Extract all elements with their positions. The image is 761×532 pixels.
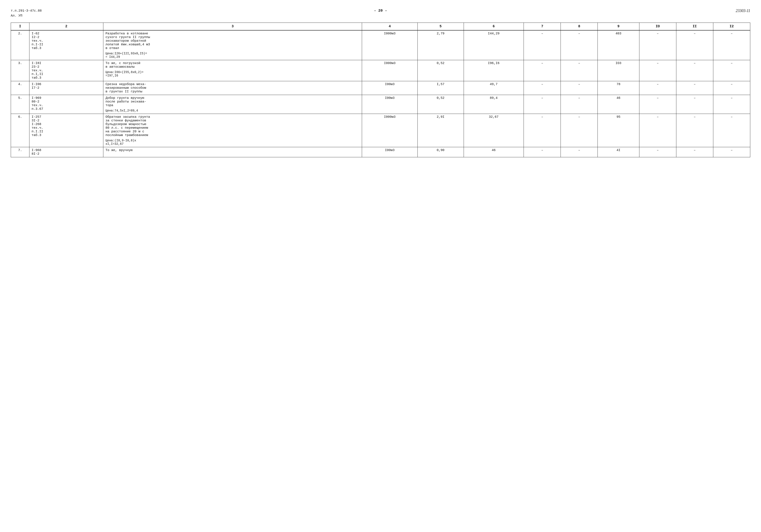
col-header-1: I — [11, 23, 29, 30]
row-description: Разработка в котловане сухого грунта II … — [103, 30, 362, 60]
row-cell-9: 78 — [598, 81, 639, 95]
row-unit: I00м3 — [362, 147, 417, 157]
row-number: 5. — [11, 95, 29, 114]
row-cell-11: – — [676, 30, 713, 60]
col-header-3: 3 — [103, 23, 362, 30]
row-cell-10: – — [639, 114, 676, 147]
row-description: Добор грунта вручную после работы экскав… — [103, 95, 362, 114]
col-header-5: 5 — [417, 23, 464, 30]
row-cell-6: 49,7 — [464, 81, 524, 95]
col-header-11: II — [676, 23, 713, 30]
row-cell-10: – — [639, 147, 676, 157]
row-code: I-I8I 23-2 тех.ч. п.I,II таб.3 — [29, 60, 103, 81]
col-header-8: 8 — [561, 23, 598, 30]
col-header-9: 9 — [598, 23, 639, 30]
row-cell-7: – — [524, 30, 561, 60]
table-row: 5.I-969 80-2 тех.ч. п.3.67Добор грунта в… — [11, 95, 750, 114]
row-cell-8: – — [561, 114, 598, 147]
row-cell-9: 46 — [598, 95, 639, 114]
row-number: 3. — [11, 60, 29, 81]
row-cell-5: 0,90 — [417, 147, 464, 157]
table-row: 4.I-I06 I7-2Срезка недобора меха- низиро… — [11, 81, 750, 95]
page-number: - 20 - — [374, 9, 387, 13]
row-cell-7: – — [524, 114, 561, 147]
row-cell-5: I,57 — [417, 81, 464, 95]
row-description: То же, вручную — [103, 147, 362, 157]
row-code: I-969 80-2 тех.ч. п.3.67 — [29, 95, 103, 114]
row-cell-8: – — [561, 147, 598, 157]
row-code: I-62 I2-2 тех.ч. п.I-II таб.3 — [29, 30, 103, 60]
row-cell-7: – — [524, 81, 561, 95]
row-unit: I000м3 — [362, 114, 417, 147]
col-header-6: 6 — [464, 23, 524, 30]
row-cell-11: – — [676, 60, 713, 81]
table-header-row: I 2 3 4 5 6 7 8 9 IO II I2 — [11, 23, 750, 30]
row-cell-6: 32,67 — [464, 114, 524, 147]
row-cell-9: 95 — [598, 114, 639, 147]
row-cell-10: – — [639, 81, 676, 95]
col-header-10: IO — [639, 23, 676, 30]
row-cell-11: – — [676, 81, 713, 95]
row-cell-12: – — [713, 114, 750, 147]
row-cell-9: IO3 — [598, 60, 639, 81]
row-cell-6: I96,I6 — [464, 60, 524, 81]
row-description: Обратная засыпка грунта за стенки фундам… — [103, 114, 362, 147]
main-table: I 2 3 4 5 6 7 8 9 IO II I2 2.I-62 I2-2 т… — [11, 23, 750, 157]
row-cell-5: 2,79 — [417, 30, 464, 60]
table-row: 3.I-I8I 23-2 тех.ч. п.I,II таб.3То же, с… — [11, 60, 750, 81]
col-header-7: 7 — [524, 23, 561, 30]
col-header-2: 2 — [29, 23, 103, 30]
row-cell-12: – — [713, 60, 750, 81]
row-cell-9: 4I — [598, 147, 639, 157]
row-cell-11: – — [676, 114, 713, 147]
row-unit: I00м3 — [362, 95, 417, 114]
doc-ref-line2: Ал. УП — [11, 14, 750, 19]
row-description: Срезка недобора меха- низированным спосо… — [103, 81, 362, 95]
table-row: 6.I-257 3I-2 I-268 тех.ч. п.I.II таб.3Об… — [11, 114, 750, 147]
row-cell-7: – — [524, 95, 561, 114]
doc-number: 23303-11 — [736, 9, 750, 13]
row-cell-8: – — [561, 81, 598, 95]
row-cell-8: – — [561, 60, 598, 81]
row-number: 6. — [11, 114, 29, 147]
table-row: 7.I-968 8I-2То же, вручнуюI00м30,9046––4… — [11, 147, 750, 157]
row-cell-5: 0,52 — [417, 95, 464, 114]
row-cell-5: 2,9I — [417, 114, 464, 147]
row-code: I-968 8I-2 — [29, 147, 103, 157]
table-row: 2.I-62 I2-2 тех.ч. п.I-II таб.3Разработк… — [11, 30, 750, 60]
row-cell-10: – — [639, 95, 676, 114]
row-number: 7. — [11, 147, 29, 157]
row-number: 4. — [11, 81, 29, 95]
row-cell-6: 46 — [464, 147, 524, 157]
row-code: I-I06 I7-2 — [29, 81, 103, 95]
row-cell-8: – — [561, 30, 598, 60]
row-cell-7: – — [524, 147, 561, 157]
row-cell-8: – — [561, 95, 598, 114]
row-cell-10: – — [639, 60, 676, 81]
row-code: I-257 3I-2 I-268 тех.ч. п.I.II таб.3 — [29, 114, 103, 147]
row-unit: I000м3 — [362, 60, 417, 81]
row-cell-10: – — [639, 30, 676, 60]
row-cell-12: – — [713, 147, 750, 157]
row-cell-12: – — [713, 81, 750, 95]
header: т.п.291-3-47с.88 Ал. УП - 20 - 23303-11 — [11, 9, 750, 18]
row-number: 2. — [11, 30, 29, 60]
row-unit: I000м3 — [362, 30, 417, 60]
row-cell-7: – — [524, 60, 561, 81]
row-cell-11: – — [676, 147, 713, 157]
row-cell-9: 403 — [598, 30, 639, 60]
row-cell-12: – — [713, 95, 750, 114]
col-header-4: 4 — [362, 23, 417, 30]
row-cell-11: – — [676, 95, 713, 114]
row-unit: I00м3 — [362, 81, 417, 95]
col-header-12: I2 — [713, 23, 750, 30]
row-description: То же, с погрузкой в автосамосвалыЦена:I… — [103, 60, 362, 81]
row-cell-12: – — [713, 30, 750, 60]
row-cell-5: 0,52 — [417, 60, 464, 81]
row-cell-6: I44,29 — [464, 30, 524, 60]
row-cell-6: 89,4 — [464, 95, 524, 114]
